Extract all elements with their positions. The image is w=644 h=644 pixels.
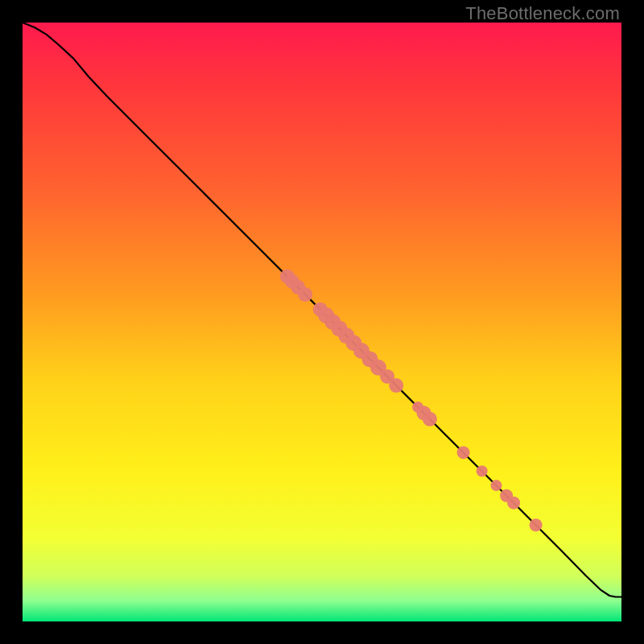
chart-frame: TheBottleneck.com	[0, 0, 644, 644]
data-point	[530, 518, 543, 531]
data-point	[477, 465, 488, 477]
data-point	[507, 497, 520, 510]
data-point	[389, 378, 403, 393]
watermark-text: TheBottleneck.com	[465, 3, 620, 24]
data-point	[298, 287, 312, 302]
data-point	[423, 412, 437, 427]
chart-plot	[23, 23, 621, 621]
data-point	[457, 446, 470, 459]
data-point	[491, 480, 502, 491]
